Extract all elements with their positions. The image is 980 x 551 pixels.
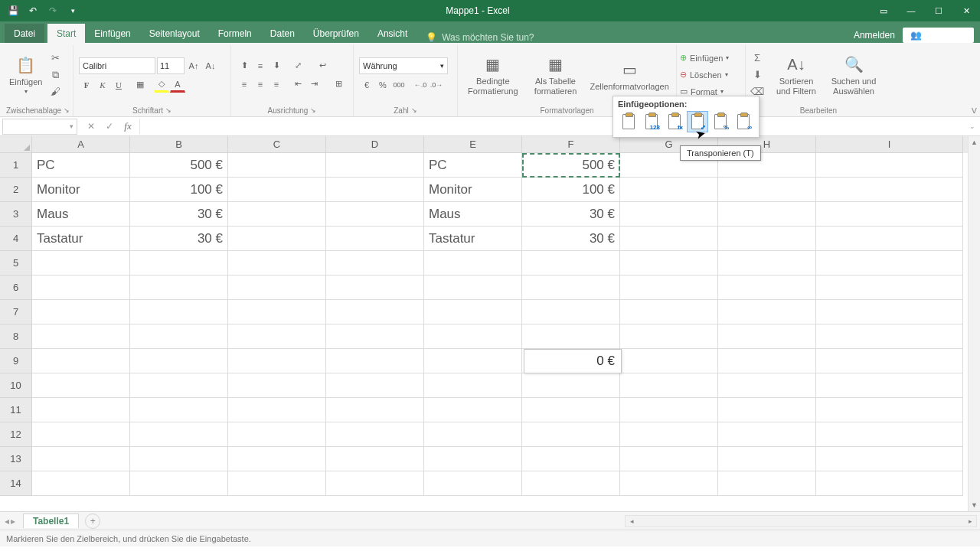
- cell[interactable]: [522, 324, 620, 349]
- cell[interactable]: [522, 251, 620, 276]
- col-header[interactable]: B: [130, 136, 228, 153]
- dialog-launcher-icon[interactable]: ↘: [411, 106, 417, 114]
- cell[interactable]: [326, 373, 424, 398]
- font-color-icon[interactable]: A: [170, 77, 185, 93]
- cell[interactable]: [620, 324, 718, 349]
- spreadsheet-grid[interactable]: A B C D E F G H I 1234567891011121314 PC…: [0, 136, 980, 511]
- cell[interactable]: Tastatur: [32, 227, 130, 251]
- save-icon[interactable]: 💾: [5, 2, 21, 19]
- decrease-indent-icon[interactable]: ⇤: [290, 77, 305, 92]
- row-header[interactable]: 1: [0, 153, 32, 178]
- increase-indent-icon[interactable]: ⇥: [306, 77, 322, 92]
- cell[interactable]: [130, 422, 228, 447]
- cell[interactable]: [32, 373, 130, 398]
- cell[interactable]: [816, 153, 963, 178]
- row-header[interactable]: 6: [0, 276, 32, 300]
- cell[interactable]: [228, 153, 326, 178]
- dialog-launcher-icon[interactable]: ↘: [165, 106, 172, 114]
- cell[interactable]: [522, 398, 620, 422]
- decrease-font-icon[interactable]: A↓: [203, 58, 218, 73]
- cell[interactable]: [228, 227, 326, 251]
- paste-all-button[interactable]: [618, 111, 639, 132]
- row-header[interactable]: 7: [0, 300, 32, 324]
- cell[interactable]: [620, 202, 718, 227]
- cell[interactable]: [326, 251, 424, 276]
- paste-values-button[interactable]: 123: [641, 111, 662, 132]
- cell[interactable]: [326, 153, 424, 178]
- row-header[interactable]: 10: [0, 373, 32, 398]
- insert-cells-button[interactable]: ⊕Einfügen▾: [680, 51, 742, 66]
- decrease-decimal-icon[interactable]: .0→: [429, 77, 444, 93]
- cell[interactable]: [816, 251, 963, 276]
- font-size-input[interactable]: [157, 57, 185, 74]
- row-header[interactable]: 5: [0, 251, 32, 276]
- scroll-right-icon[interactable]: ▸: [964, 516, 976, 527]
- maximize-icon[interactable]: ☐: [925, 0, 952, 21]
- col-header[interactable]: F: [522, 136, 620, 153]
- merge-icon[interactable]: ⊞: [331, 77, 346, 92]
- comma-icon[interactable]: 000: [391, 77, 407, 93]
- fill-color-icon[interactable]: ◇: [154, 77, 169, 93]
- cell[interactable]: [620, 276, 718, 300]
- paste-formatting-button[interactable]: %: [710, 111, 731, 132]
- cell[interactable]: [424, 422, 522, 447]
- cell[interactable]: [228, 398, 326, 422]
- cell[interactable]: [326, 300, 424, 324]
- number-format-select[interactable]: Währung▾: [359, 57, 448, 74]
- cell[interactable]: [522, 471, 620, 496]
- cell[interactable]: PC: [424, 153, 522, 178]
- cell[interactable]: Maus: [32, 202, 130, 227]
- cell[interactable]: [816, 324, 963, 349]
- sheet-nav-prev-icon[interactable]: ◂: [5, 516, 9, 527]
- tab-insert[interactable]: Einfügen: [85, 24, 139, 43]
- cell[interactable]: [718, 251, 816, 276]
- cell[interactable]: 500 €: [130, 153, 228, 178]
- sheet-tab[interactable]: Tabelle1: [23, 514, 79, 528]
- row-header[interactable]: 8: [0, 324, 32, 349]
- cell[interactable]: [424, 447, 522, 471]
- vertical-scrollbar[interactable]: ▲ ▼: [968, 136, 980, 511]
- cell[interactable]: [424, 373, 522, 398]
- share-button[interactable]: 👥 Freigeben: [903, 28, 974, 43]
- cell[interactable]: [620, 178, 718, 202]
- scroll-left-icon[interactable]: ◂: [626, 516, 638, 527]
- cell[interactable]: [816, 276, 963, 300]
- redo-icon[interactable]: ↷: [44, 2, 61, 19]
- scroll-down-icon[interactable]: ▼: [969, 499, 980, 511]
- wrap-text-icon[interactable]: ↩: [315, 58, 330, 73]
- cell[interactable]: [326, 447, 424, 471]
- cell[interactable]: [620, 227, 718, 251]
- format-painter-icon[interactable]: 🖌: [47, 84, 64, 99]
- align-right-icon[interactable]: ≡: [269, 77, 284, 92]
- cell[interactable]: [424, 398, 522, 422]
- cell[interactable]: [718, 471, 816, 496]
- cell[interactable]: [424, 300, 522, 324]
- col-header[interactable]: C: [228, 136, 326, 153]
- tab-formulas[interactable]: Formeln: [209, 24, 261, 43]
- fill-icon[interactable]: ⬇: [749, 67, 766, 83]
- ribbon-display-icon[interactable]: ▭: [870, 0, 897, 21]
- new-sheet-button[interactable]: +: [85, 514, 100, 529]
- cell[interactable]: Monitor: [424, 178, 522, 202]
- cell[interactable]: Tastatur: [424, 227, 522, 251]
- cell[interactable]: [620, 300, 718, 324]
- cell[interactable]: [228, 202, 326, 227]
- cell[interactable]: [816, 373, 963, 398]
- tab-view[interactable]: Ansicht: [368, 24, 416, 43]
- tab-review[interactable]: Überprüfen: [304, 24, 368, 43]
- cell[interactable]: 500 €: [522, 153, 620, 178]
- cell[interactable]: [228, 251, 326, 276]
- cell[interactable]: [228, 276, 326, 300]
- cell[interactable]: [130, 251, 228, 276]
- cell[interactable]: [718, 300, 816, 324]
- cell[interactable]: [424, 324, 522, 349]
- copy-icon[interactable]: ⧉: [47, 67, 64, 83]
- cell[interactable]: [620, 251, 718, 276]
- cell[interactable]: [424, 471, 522, 496]
- cell[interactable]: [816, 447, 963, 471]
- delete-cells-button[interactable]: ⊖Löschen▾: [680, 67, 742, 83]
- cell[interactable]: Maus: [424, 202, 522, 227]
- row-header[interactable]: 11: [0, 398, 32, 422]
- cell[interactable]: [32, 471, 130, 496]
- cell[interactable]: [816, 178, 963, 202]
